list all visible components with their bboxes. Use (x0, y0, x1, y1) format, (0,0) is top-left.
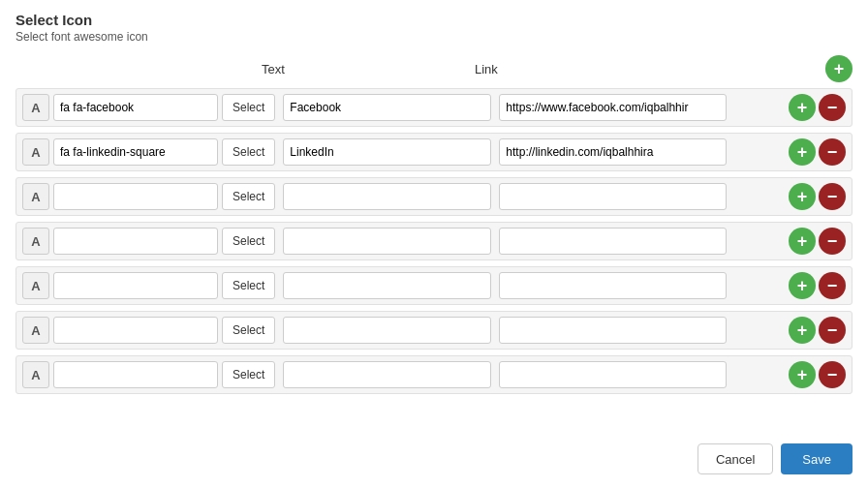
plus-icon: + (797, 321, 808, 339)
row-actions: + − (789, 183, 846, 210)
text-input[interactable] (283, 272, 491, 299)
text-input[interactable] (283, 228, 491, 255)
row-actions: + − (789, 228, 846, 255)
row-actions: + − (789, 317, 846, 344)
select-button[interactable]: Select (222, 183, 275, 210)
row-actions: + − (789, 361, 846, 388)
select-button[interactable]: Select (222, 228, 275, 255)
icon-a-label: A (22, 361, 49, 388)
link-input[interactable] (499, 183, 727, 210)
link-input[interactable] (499, 228, 727, 255)
page-subtitle: Select font awesome icon (16, 30, 852, 44)
remove-row-button[interactable]: − (819, 272, 846, 299)
add-row-button[interactable]: + (789, 228, 816, 255)
icon-input[interactable] (53, 183, 218, 210)
plus-icon: + (797, 277, 808, 294)
minus-icon: − (827, 188, 838, 205)
select-button[interactable]: Select (222, 317, 275, 344)
page-container: Select Icon Select font awesome icon Tex… (0, 0, 868, 488)
icon-a-label: A (22, 138, 49, 166)
icon-a-label: A (22, 94, 49, 121)
table-row: A Select + − (16, 266, 852, 305)
icon-a-label: A (22, 272, 49, 299)
minus-icon: − (827, 143, 838, 161)
minus-icon: − (827, 277, 838, 294)
text-input[interactable] (283, 138, 491, 166)
minus-icon: − (827, 232, 838, 250)
header-plus-icon: + (834, 60, 845, 77)
icon-input[interactable] (53, 361, 218, 388)
icon-input[interactable] (53, 228, 218, 255)
add-row-button[interactable]: + (789, 138, 816, 166)
table-row: A Select + − (16, 88, 852, 127)
row-actions: + − (789, 272, 846, 299)
link-column-header: Link (475, 62, 707, 76)
select-button[interactable]: Select (222, 361, 275, 388)
page-title: Select Icon (16, 12, 852, 28)
icon-rows-container: A Select + − A Select + (16, 88, 852, 394)
plus-icon: + (797, 143, 808, 161)
link-input[interactable] (499, 361, 727, 388)
add-row-button[interactable]: + (789, 183, 816, 210)
add-row-button[interactable]: + (789, 361, 816, 388)
select-button[interactable]: Select (222, 138, 275, 166)
row-actions: + − (789, 94, 846, 121)
select-button[interactable]: Select (222, 272, 275, 299)
remove-row-button[interactable]: − (819, 228, 846, 255)
link-input[interactable] (499, 272, 727, 299)
link-input[interactable] (499, 94, 727, 121)
add-row-button[interactable]: + (789, 317, 816, 344)
icon-input[interactable] (53, 317, 218, 344)
minus-icon: − (827, 321, 838, 339)
select-button[interactable]: Select (222, 94, 275, 121)
icon-a-label: A (22, 228, 49, 255)
text-input[interactable] (283, 94, 491, 121)
remove-row-button[interactable]: − (819, 94, 846, 121)
icon-input[interactable] (53, 272, 218, 299)
plus-icon: + (797, 99, 808, 116)
row-actions: + − (789, 138, 846, 166)
table-row: A Select + − (16, 311, 852, 350)
add-row-button[interactable]: + (789, 272, 816, 299)
table-row: A Select + − (16, 355, 852, 394)
remove-row-button[interactable]: − (819, 361, 846, 388)
text-input[interactable] (283, 317, 491, 344)
table-row: A Select + − (16, 177, 852, 216)
icon-input[interactable] (53, 138, 218, 166)
add-row-button[interactable]: + (789, 94, 816, 121)
table-row: A Select + − (16, 133, 852, 171)
text-input[interactable] (283, 361, 491, 388)
footer-actions: Cancel Save (698, 443, 852, 474)
save-button[interactable]: Save (781, 443, 852, 474)
remove-row-button[interactable]: − (819, 317, 846, 344)
icon-input[interactable] (53, 94, 218, 121)
remove-row-button[interactable]: − (819, 183, 846, 210)
text-column-header: Text (252, 62, 465, 76)
minus-icon: − (827, 99, 838, 116)
minus-icon: − (827, 366, 838, 383)
plus-icon: + (797, 366, 808, 383)
header-add-area: + (825, 55, 852, 82)
plus-icon: + (797, 232, 808, 250)
link-input[interactable] (499, 317, 727, 344)
column-headers: Text Link + (16, 55, 852, 82)
link-input[interactable] (499, 138, 727, 166)
icon-a-label: A (22, 183, 49, 210)
cancel-button[interactable]: Cancel (698, 443, 773, 474)
remove-row-button[interactable]: − (819, 138, 846, 166)
icon-a-label: A (22, 317, 49, 344)
text-input[interactable] (283, 183, 491, 210)
header-add-button[interactable]: + (825, 55, 852, 82)
table-row: A Select + − (16, 222, 852, 260)
plus-icon: + (797, 188, 808, 205)
